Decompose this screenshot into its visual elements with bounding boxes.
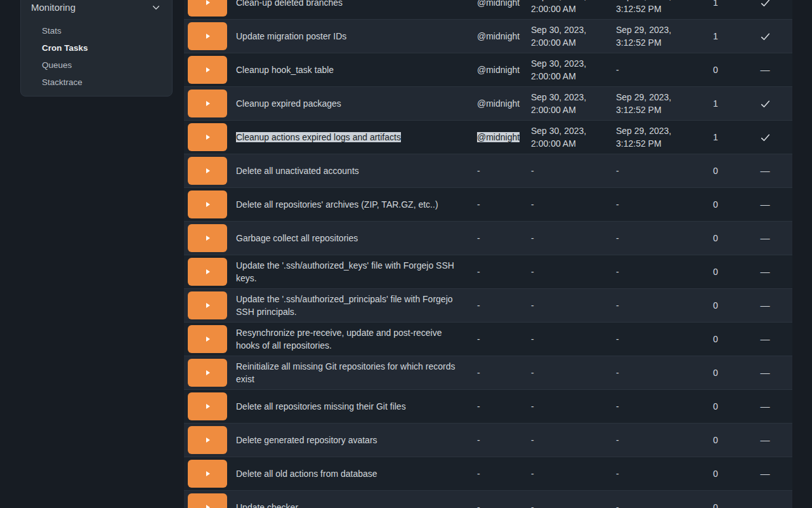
task-schedule: - — [469, 232, 523, 244]
sidebar-item-stacktrace[interactable]: Stacktrace — [21, 74, 172, 91]
task-previous-run: - — [608, 299, 693, 312]
task-status — [738, 0, 792, 8]
task-name-text: Resynchronize pre-receive, update and po… — [236, 328, 442, 351]
dash-icon: — — [761, 265, 770, 278]
task-exec-count: 0 — [693, 333, 738, 345]
run-task-button[interactable] — [188, 493, 227, 508]
task-schedule: @midnight — [469, 97, 523, 110]
check-icon — [760, 0, 771, 8]
run-button-cell — [184, 90, 236, 117]
run-task-button[interactable] — [188, 258, 227, 286]
task-next-run: Sep 30, 2023, 2:00:00 AM — [523, 23, 608, 49]
table-row: Delete all old actions from database---0… — [184, 457, 792, 490]
run-task-button[interactable] — [188, 157, 227, 185]
task-next-run: - — [523, 467, 608, 480]
table-row: Resynchronize pre-receive, update and po… — [184, 322, 792, 356]
task-previous-run: - — [608, 366, 693, 379]
task-previous-run: - — [608, 232, 693, 244]
task-previous-run: - — [608, 198, 693, 211]
task-previous-run: - — [608, 400, 693, 413]
run-button-cell — [184, 426, 236, 454]
play-icon — [206, 202, 210, 207]
task-previous-run: Sep 29, 2023, 3:12:52 PM — [608, 23, 693, 49]
task-exec-count: 0 — [693, 64, 738, 76]
run-task-button[interactable] — [188, 56, 227, 84]
task-exec-count: 0 — [693, 400, 738, 413]
run-task-button[interactable] — [188, 460, 227, 488]
dash-icon: — — [761, 400, 770, 413]
task-next-run: - — [523, 501, 608, 508]
task-name-text: Delete generated repository avatars — [236, 435, 377, 445]
run-task-button[interactable] — [188, 90, 227, 117]
task-name: Resynchronize pre-receive, update and po… — [236, 326, 469, 352]
play-icon — [206, 404, 210, 409]
play-icon — [206, 269, 210, 274]
sidebar-item-stats[interactable]: Stats — [21, 22, 172, 39]
task-exec-count: 1 — [693, 97, 738, 110]
table-row: Delete all repositories' archives (ZIP, … — [184, 187, 792, 221]
run-task-button[interactable] — [188, 392, 227, 420]
task-exec-count: 1 — [693, 30, 738, 43]
play-icon — [206, 337, 210, 342]
task-schedule-text: - — [477, 233, 480, 243]
task-status — [738, 98, 792, 109]
task-schedule: - — [469, 265, 523, 278]
run-button-cell — [184, 359, 236, 387]
table-row: Garbage collect all repositories---0— — [184, 221, 792, 255]
task-schedule: - — [469, 198, 523, 211]
task-schedule-text: @midnight — [477, 65, 520, 75]
run-task-button[interactable] — [188, 224, 227, 252]
table-row: Update the '.ssh/authorized_keys' file w… — [184, 255, 792, 288]
task-previous-run: Sep 29, 2023, 3:12:52 PM — [608, 91, 693, 116]
play-icon — [206, 438, 210, 443]
task-status: — — [738, 232, 792, 244]
task-status: — — [738, 64, 792, 76]
task-next-run: Sep 30, 2023, 2:00:00 AM — [523, 57, 608, 83]
play-icon — [206, 471, 210, 476]
task-name-text: Delete all repositories' archives (ZIP, … — [236, 199, 438, 210]
run-task-button[interactable] — [188, 0, 227, 17]
task-schedule-text: - — [477, 199, 480, 210]
task-schedule: - — [469, 299, 523, 312]
dash-icon: — — [761, 501, 770, 508]
task-status: — — [738, 467, 792, 480]
task-name-text: Clean-up deleted branches — [236, 0, 343, 8]
sidebar-item-queues[interactable]: Queues — [21, 57, 172, 74]
run-task-button[interactable] — [188, 22, 227, 50]
task-previous-run: - — [608, 333, 693, 345]
task-schedule: - — [469, 501, 523, 508]
task-next-run: - — [523, 198, 608, 211]
dash-icon: — — [761, 198, 770, 211]
run-task-button[interactable] — [188, 123, 227, 151]
task-previous-run: - — [608, 434, 693, 446]
task-name: Delete all unactivated accounts — [236, 164, 469, 177]
task-next-run: - — [523, 434, 608, 446]
dash-icon: — — [761, 366, 770, 379]
task-name: Update checker — [236, 501, 469, 508]
task-name: Delete all repositories missing their Gi… — [236, 400, 469, 413]
run-button-cell — [184, 224, 236, 252]
task-next-run: - — [523, 299, 608, 312]
run-task-button[interactable] — [188, 359, 227, 387]
table-row: Reinitialize all missing Git repositorie… — [184, 356, 792, 389]
task-schedule: @midnight — [469, 0, 523, 9]
run-task-button[interactable] — [188, 190, 227, 218]
run-task-button[interactable] — [188, 426, 227, 454]
task-previous-run: - — [608, 501, 693, 508]
task-previous-run: Sep 29, 2023, 3:12:52 PM — [608, 124, 693, 150]
table-row: Cleanup expired packages@midnightSep 30,… — [184, 86, 792, 120]
task-name: Update the '.ssh/authorized_keys' file w… — [236, 259, 469, 284]
sidebar-section-monitoring[interactable]: Monitoring — [21, 0, 172, 15]
run-task-button[interactable] — [188, 325, 227, 353]
sidebar-item-cron-tasks[interactable]: Cron Tasks — [21, 39, 172, 57]
task-name-text: Update checker — [236, 502, 298, 508]
table-row: Update migration poster IDs@midnightSep … — [184, 19, 792, 53]
monitoring-menu-items: StatsCron TasksQueuesStacktrace — [21, 15, 172, 91]
task-name: Reinitialize all missing Git repositorie… — [236, 360, 469, 385]
run-button-cell — [184, 392, 236, 420]
task-name-text: Reinitialize all missing Git repositorie… — [236, 361, 455, 384]
table-row: Update checker---0— — [184, 490, 792, 508]
task-status: — — [738, 366, 792, 379]
task-name-text: Delete all repositories missing their Gi… — [236, 401, 406, 411]
run-task-button[interactable] — [188, 291, 227, 319]
